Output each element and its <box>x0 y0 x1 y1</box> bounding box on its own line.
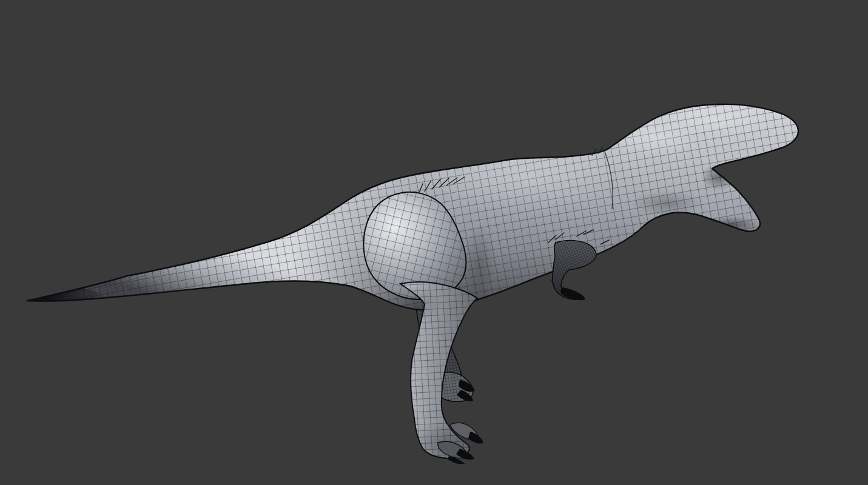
viewport-canvas[interactable] <box>0 0 868 485</box>
3d-viewport[interactable] <box>0 0 868 485</box>
